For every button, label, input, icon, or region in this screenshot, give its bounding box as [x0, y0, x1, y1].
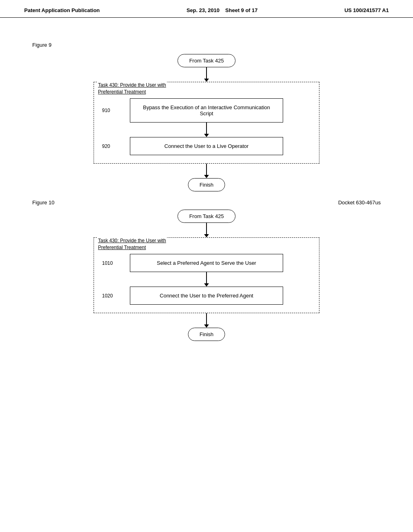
figure9-dashed-box: Task 430: Provide the User with Preferen… [94, 82, 319, 164]
page-content: Figure 9 From Task 425 Task 430: Provide… [0, 22, 413, 357]
figure10-inner-steps: 1010 Select a Preferred Agent to Serve t… [106, 250, 307, 305]
figure10-label: Figure 10 [32, 200, 54, 206]
figure10-arrow1 [204, 223, 209, 237]
figure10-arrow2 [204, 272, 209, 287]
header-sheet: Sheet 9 of 17 [225, 7, 258, 13]
figure10-step1020-num: 1020 [102, 293, 113, 299]
figure9-arrow1 [204, 67, 209, 82]
figure10-step1010-container: 1010 Select a Preferred Agent to Serve t… [106, 254, 307, 287]
figure10-finish: Finish [188, 328, 225, 341]
figure9-from-task: From Task 425 [177, 54, 236, 67]
figure9-step920-row: 920 Connect the User to a Live Operator [106, 137, 307, 155]
figure10-docket: Docket 630-467us [338, 200, 381, 206]
figure9-step910-row: 910 Bypass the Execution of an Interacti… [106, 98, 307, 123]
figure10-step1010-box: Select a Preferred Agent to Serve the Us… [130, 254, 283, 272]
figure10-step1020-row: 1020 Connect the User to the Preferred A… [106, 287, 307, 305]
page-header: Patent Application Publication Sep. 23, … [0, 0, 413, 18]
figure10-header-row: Figure 10 Docket 630-467us [32, 200, 381, 206]
figure9-step910-container: 910 Bypass the Execution of an Interacti… [106, 98, 307, 137]
figure10-step1010-row: 1010 Select a Preferred Agent to Serve t… [106, 254, 307, 272]
figure10-step1020-box: Connect the User to the Preferred Agent [130, 287, 283, 305]
figure10-dashed-label: Task 430: Provide the User with Preferen… [97, 237, 167, 251]
figure9-finish: Finish [188, 178, 225, 191]
figure9-label: Figure 9 [32, 42, 381, 48]
figure10-step1010-num: 1010 [102, 260, 113, 266]
header-patent-number: US 100/241577 A1 [344, 7, 389, 13]
figure10-diagram: From Task 425 Task 430: Provide the User… [32, 210, 381, 341]
header-date-sheet: Sep. 23, 2010 Sheet 9 of 17 [186, 7, 257, 13]
figure9-arrow2 [204, 123, 209, 137]
header-date: Sep. 23, 2010 [186, 7, 219, 13]
figure9-dashed-label: Task 430: Provide the User with Preferen… [97, 82, 167, 96]
header-publication-label: Patent Application Publication [24, 7, 100, 13]
figure9-step910-box: Bypass the Execution of an Interactive C… [130, 98, 283, 123]
figure9-arrow3 [204, 164, 209, 178]
figure10-arrow3 [204, 313, 209, 328]
figure10-dashed-box: Task 430: Provide the User with Preferen… [94, 237, 319, 313]
figure9-inner-steps: 910 Bypass the Execution of an Interacti… [106, 94, 307, 155]
figure10-from-task: From Task 425 [177, 210, 236, 223]
figure9-step920-num: 920 [102, 143, 110, 149]
figure9-step910-num: 910 [102, 108, 110, 113]
figure9-diagram: From Task 425 Task 430: Provide the User… [32, 54, 381, 191]
figure9-step920-box: Connect the User to a Live Operator [130, 137, 283, 155]
